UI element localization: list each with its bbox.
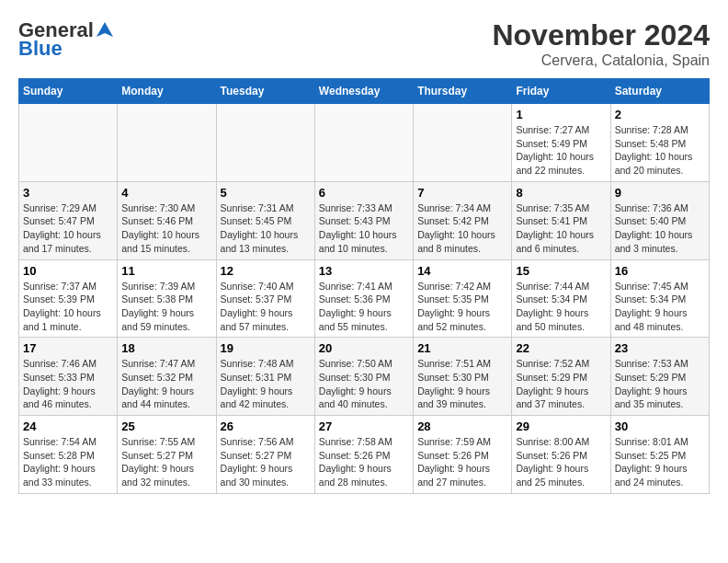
calendar-cell: 9Sunrise: 7:36 AM Sunset: 5:40 PM Daylig… — [610, 181, 709, 259]
calendar-cell: 27Sunrise: 7:58 AM Sunset: 5:26 PM Dayli… — [314, 416, 413, 494]
day-number: 9 — [615, 186, 705, 200]
day-info: Sunrise: 7:30 AM Sunset: 5:46 PM Dayligh… — [121, 201, 211, 256]
day-info: Sunrise: 7:39 AM Sunset: 5:38 PM Dayligh… — [121, 280, 211, 334]
day-info: Sunrise: 7:58 AM Sunset: 5:26 PM Dayligh… — [319, 435, 409, 489]
day-number: 12 — [221, 264, 311, 278]
day-number: 23 — [615, 341, 705, 355]
day-info: Sunrise: 8:01 AM Sunset: 5:25 PM Dayligh… — [615, 435, 705, 489]
day-info: Sunrise: 8:00 AM Sunset: 5:26 PM Dayligh… — [516, 435, 606, 489]
day-number: 29 — [516, 419, 606, 433]
day-info: Sunrise: 7:56 AM Sunset: 5:27 PM Dayligh… — [221, 435, 311, 489]
header: General Blue November 2024 Cervera, Cata… — [18, 18, 710, 69]
calendar-cell — [414, 104, 512, 182]
calendar-week-2: 3Sunrise: 7:29 AM Sunset: 5:47 PM Daylig… — [19, 181, 710, 259]
logo: General Blue — [18, 18, 115, 61]
calendar-cell: 28Sunrise: 7:59 AM Sunset: 5:26 PM Dayli… — [414, 416, 512, 494]
day-info: Sunrise: 7:42 AM Sunset: 5:35 PM Dayligh… — [417, 280, 507, 334]
calendar-cell: 7Sunrise: 7:34 AM Sunset: 5:42 PM Daylig… — [414, 181, 512, 259]
day-number: 6 — [319, 186, 409, 200]
day-info: Sunrise: 7:54 AM Sunset: 5:28 PM Dayligh… — [23, 435, 113, 489]
weekday-header-saturday: Saturday — [610, 79, 709, 104]
day-info: Sunrise: 7:33 AM Sunset: 5:43 PM Dayligh… — [319, 201, 409, 256]
day-info: Sunrise: 7:41 AM Sunset: 5:36 PM Dayligh… — [319, 280, 409, 334]
day-info: Sunrise: 7:36 AM Sunset: 5:40 PM Dayligh… — [615, 201, 705, 256]
calendar-cell: 14Sunrise: 7:42 AM Sunset: 5:35 PM Dayli… — [414, 259, 512, 338]
day-number: 18 — [121, 341, 211, 355]
calendar-cell: 4Sunrise: 7:30 AM Sunset: 5:46 PM Daylig… — [118, 181, 216, 259]
day-number: 5 — [221, 186, 311, 200]
weekday-header-row: SundayMondayTuesdayWednesdayThursdayFrid… — [19, 79, 710, 104]
calendar-cell: 11Sunrise: 7:39 AM Sunset: 5:38 PM Dayli… — [118, 259, 216, 338]
calendar-table: SundayMondayTuesdayWednesdayThursdayFrid… — [18, 78, 710, 494]
day-number: 30 — [615, 419, 705, 433]
calendar-week-1: 1Sunrise: 7:27 AM Sunset: 5:49 PM Daylig… — [19, 104, 710, 182]
day-number: 1 — [516, 108, 606, 121]
day-number: 24 — [23, 419, 113, 433]
calendar-cell: 16Sunrise: 7:45 AM Sunset: 5:34 PM Dayli… — [610, 259, 709, 338]
day-info: Sunrise: 7:35 AM Sunset: 5:41 PM Dayligh… — [516, 201, 606, 256]
day-number: 27 — [319, 419, 409, 433]
day-info: Sunrise: 7:50 AM Sunset: 5:30 PM Dayligh… — [319, 357, 409, 411]
day-number: 15 — [516, 264, 606, 278]
svg-marker-0 — [97, 22, 113, 37]
day-number: 11 — [121, 264, 211, 278]
day-number: 26 — [221, 419, 311, 433]
day-number: 10 — [23, 264, 113, 278]
day-info: Sunrise: 7:47 AM Sunset: 5:32 PM Dayligh… — [121, 357, 211, 411]
calendar-cell — [314, 104, 413, 182]
calendar-cell: 30Sunrise: 8:01 AM Sunset: 5:25 PM Dayli… — [610, 416, 709, 494]
calendar-cell — [118, 104, 216, 182]
calendar-cell: 22Sunrise: 7:52 AM Sunset: 5:29 PM Dayli… — [512, 338, 610, 416]
calendar-week-4: 17Sunrise: 7:46 AM Sunset: 5:33 PM Dayli… — [19, 338, 710, 416]
weekday-header-tuesday: Tuesday — [216, 79, 314, 104]
calendar-header: SundayMondayTuesdayWednesdayThursdayFrid… — [19, 79, 710, 104]
day-info: Sunrise: 7:37 AM Sunset: 5:39 PM Dayligh… — [23, 280, 113, 334]
calendar-cell: 18Sunrise: 7:47 AM Sunset: 5:32 PM Dayli… — [118, 338, 216, 416]
calendar-cell: 19Sunrise: 7:48 AM Sunset: 5:31 PM Dayli… — [216, 338, 314, 416]
day-info: Sunrise: 7:53 AM Sunset: 5:29 PM Dayligh… — [615, 357, 705, 411]
calendar-cell: 21Sunrise: 7:51 AM Sunset: 5:30 PM Dayli… — [414, 338, 512, 416]
day-info: Sunrise: 7:55 AM Sunset: 5:27 PM Dayligh… — [121, 435, 211, 489]
calendar-cell: 13Sunrise: 7:41 AM Sunset: 5:36 PM Dayli… — [314, 259, 413, 338]
day-info: Sunrise: 7:29 AM Sunset: 5:47 PM Dayligh… — [23, 201, 113, 256]
weekday-header-thursday: Thursday — [414, 79, 512, 104]
day-info: Sunrise: 7:34 AM Sunset: 5:42 PM Dayligh… — [417, 201, 507, 256]
calendar-week-5: 24Sunrise: 7:54 AM Sunset: 5:28 PM Dayli… — [19, 416, 710, 494]
logo-blue: Blue — [18, 37, 63, 61]
day-info: Sunrise: 7:45 AM Sunset: 5:34 PM Dayligh… — [615, 280, 705, 334]
day-number: 28 — [417, 419, 507, 433]
day-number: 25 — [121, 419, 211, 433]
page-subtitle: Cervera, Catalonia, Spain — [492, 52, 710, 69]
day-number: 19 — [221, 341, 311, 355]
calendar-cell: 2Sunrise: 7:28 AM Sunset: 5:48 PM Daylig… — [610, 104, 709, 182]
weekday-header-friday: Friday — [512, 79, 610, 104]
day-number: 21 — [417, 341, 507, 355]
day-number: 8 — [516, 186, 606, 200]
calendar-cell — [19, 104, 118, 182]
title-area: November 2024 Cervera, Catalonia, Spain — [492, 18, 710, 69]
day-number: 20 — [319, 341, 409, 355]
calendar-cell — [216, 104, 314, 182]
day-number: 4 — [121, 186, 211, 200]
weekday-header-wednesday: Wednesday — [314, 79, 413, 104]
day-info: Sunrise: 7:31 AM Sunset: 5:45 PM Dayligh… — [221, 201, 311, 256]
page-title: November 2024 — [492, 18, 710, 52]
day-number: 3 — [23, 186, 113, 200]
calendar-cell: 24Sunrise: 7:54 AM Sunset: 5:28 PM Dayli… — [19, 416, 118, 494]
day-info: Sunrise: 7:48 AM Sunset: 5:31 PM Dayligh… — [221, 357, 311, 411]
day-info: Sunrise: 7:28 AM Sunset: 5:48 PM Dayligh… — [615, 123, 705, 178]
day-number: 13 — [319, 264, 409, 278]
day-info: Sunrise: 7:51 AM Sunset: 5:30 PM Dayligh… — [417, 357, 507, 411]
calendar-body: 1Sunrise: 7:27 AM Sunset: 5:49 PM Daylig… — [19, 104, 710, 494]
calendar-cell: 26Sunrise: 7:56 AM Sunset: 5:27 PM Dayli… — [216, 416, 314, 494]
day-number: 17 — [23, 341, 113, 355]
day-info: Sunrise: 7:59 AM Sunset: 5:26 PM Dayligh… — [417, 435, 507, 489]
calendar-cell: 10Sunrise: 7:37 AM Sunset: 5:39 PM Dayli… — [19, 259, 118, 338]
calendar-cell: 17Sunrise: 7:46 AM Sunset: 5:33 PM Dayli… — [19, 338, 118, 416]
day-info: Sunrise: 7:46 AM Sunset: 5:33 PM Dayligh… — [23, 357, 113, 411]
logo-arrow-svg — [95, 20, 115, 40]
calendar-cell: 20Sunrise: 7:50 AM Sunset: 5:30 PM Dayli… — [314, 338, 413, 416]
calendar-cell: 6Sunrise: 7:33 AM Sunset: 5:43 PM Daylig… — [314, 181, 413, 259]
day-number: 7 — [417, 186, 507, 200]
calendar-week-3: 10Sunrise: 7:37 AM Sunset: 5:39 PM Dayli… — [19, 259, 710, 338]
